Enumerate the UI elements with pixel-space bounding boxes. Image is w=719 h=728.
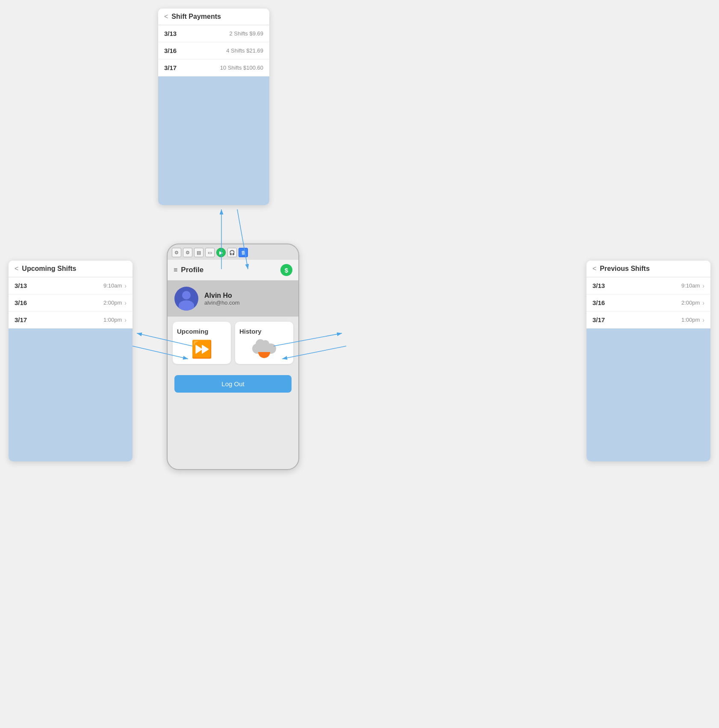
- chevron-right-icon: ›: [124, 282, 127, 289]
- shift-payments-back-btn[interactable]: <: [164, 13, 168, 21]
- profile-name: Alvin Ho: [204, 292, 240, 299]
- shift-payments-empty-area: [158, 76, 269, 205]
- previous-shifts-title: Previous Shifts: [600, 265, 649, 273]
- profile-section: Alvin Ho alvin@ho.com: [168, 281, 298, 317]
- chevron-right-icon: ›: [124, 317, 127, 323]
- phone-screen: ≡ Profile $ Alvin Ho alvin@ho.com Upcomi…: [168, 260, 298, 469]
- play-icon[interactable]: ▶: [216, 248, 226, 257]
- shift-payments-panel: < Shift Payments 3/13 2 Shifts $9.69 3/1…: [158, 9, 269, 205]
- upcoming-shifts-header: < Upcoming Shifts: [9, 261, 133, 277]
- dollar-button[interactable]: $: [280, 264, 292, 276]
- cloud-shape: [252, 338, 276, 354]
- history-icon: [252, 338, 276, 358]
- logout-button[interactable]: Log Out: [174, 375, 292, 393]
- history-card[interactable]: History: [235, 322, 293, 364]
- shift-payments-title: Shift Payments: [171, 13, 221, 21]
- upcoming-row-1[interactable]: 3/13 9:10am ›: [9, 277, 133, 294]
- profile-email: alvin@ho.com: [204, 299, 240, 306]
- upcoming-shifts-title: Upcoming Shifts: [22, 265, 76, 273]
- chevron-right-icon: ›: [124, 299, 127, 306]
- nav-title: Profile: [181, 266, 203, 274]
- upcoming-row-2[interactable]: 3/16 2:00pm ›: [9, 294, 133, 311]
- upcoming-row-3[interactable]: 3/17 1:00pm ›: [9, 311, 133, 329]
- previous-shifts-panel: < Previous Shifts 3/13 9:10am › 3/16 2:0…: [586, 261, 710, 461]
- previous-shifts-header: < Previous Shifts: [586, 261, 710, 277]
- chevron-right-icon: ›: [702, 299, 704, 306]
- headset-icon[interactable]: 🎧: [227, 248, 237, 257]
- upcoming-empty-area: [9, 329, 133, 461]
- upcoming-back-btn[interactable]: <: [15, 265, 18, 273]
- phone-toolbar: ⚙ ⚙ ▤ ▭ ▶ 🎧 🗑: [168, 244, 298, 260]
- trash-icon[interactable]: 🗑: [239, 248, 248, 257]
- shift-payment-row-3[interactable]: 3/17 10 Shifts $100.60: [158, 59, 269, 76]
- avatar-head: [182, 291, 191, 299]
- monitor-icon[interactable]: ▭: [205, 248, 215, 257]
- settings-icon[interactable]: ⚙: [172, 248, 181, 257]
- avatar-body: [179, 300, 194, 311]
- hamburger-icon[interactable]: ≡: [174, 266, 177, 274]
- settings2-icon[interactable]: ⚙: [183, 248, 192, 257]
- upcoming-card[interactable]: Upcoming ⏩: [173, 322, 231, 364]
- forward-arrows-icon: ⏩: [191, 341, 212, 358]
- shift-payment-row-2[interactable]: 3/16 4 Shifts $21.69: [158, 42, 269, 59]
- upcoming-card-label: Upcoming: [177, 328, 208, 335]
- phone-frame: ⚙ ⚙ ▤ ▭ ▶ 🎧 🗑 ≡ Profile $ Alvin Ho alvin…: [167, 244, 299, 470]
- shift-payment-row-1[interactable]: 3/13 2 Shifts $9.69: [158, 25, 269, 42]
- history-card-label: History: [239, 328, 262, 335]
- logout-section: Log Out: [168, 369, 298, 400]
- profile-info: Alvin Ho alvin@ho.com: [204, 292, 240, 306]
- previous-row-3[interactable]: 3/17 1:00pm ›: [586, 311, 710, 329]
- layout-icon[interactable]: ▤: [194, 248, 203, 257]
- upcoming-shifts-panel: < Upcoming Shifts 3/13 9:10am › 3/16 2:0…: [9, 261, 133, 461]
- cloud-bump2: [262, 340, 269, 348]
- cards-section: Upcoming ⏩ History: [168, 317, 298, 369]
- nav-bar: ≡ Profile $: [168, 260, 298, 281]
- previous-row-1[interactable]: 3/13 9:10am ›: [586, 277, 710, 294]
- avatar: [174, 287, 198, 311]
- previous-empty-area: [586, 329, 710, 461]
- shift-payments-header: < Shift Payments: [158, 9, 269, 25]
- previous-back-btn[interactable]: <: [592, 265, 596, 273]
- sun-half-icon: [258, 352, 270, 358]
- chevron-right-icon: ›: [702, 282, 704, 289]
- previous-row-2[interactable]: 3/16 2:00pm ›: [586, 294, 710, 311]
- chevron-right-icon: ›: [702, 317, 704, 323]
- upcoming-icon: ⏩: [189, 338, 215, 360]
